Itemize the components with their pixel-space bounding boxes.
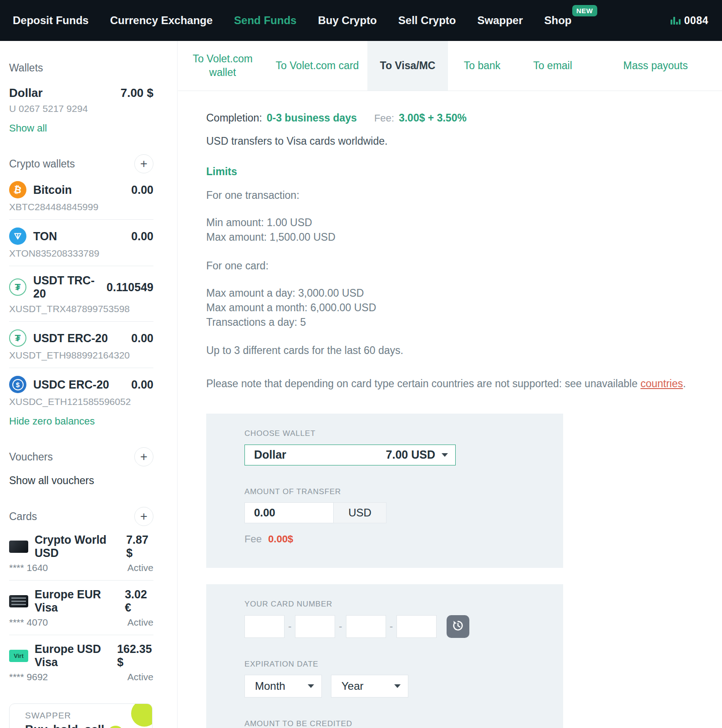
card-name: Europe USD Visa [35, 642, 111, 669]
tab-to-volet-wallet[interactable]: To Volet.com wallet [178, 41, 267, 91]
fee-line-value: 0.00$ [268, 533, 293, 545]
nav-deposit-funds[interactable]: Deposit Funds [13, 14, 89, 27]
crypto-address: XUSDT_TRX487899753598 [9, 303, 153, 314]
crypto-name: USDT TRC-20 [33, 274, 100, 300]
card-item-europe-usd-visa[interactable]: Virt Europe USD Visa 162.35 $ **** 9692 … [9, 642, 153, 682]
hide-zero-balances-link[interactable]: Hide zero balances [9, 415, 95, 427]
wallet-item-dollar[interactable]: Dollar 7.00 $ [9, 86, 153, 100]
countries-note: Please note that depending on card type … [206, 376, 722, 391]
fee-line: Fee 0.00$ [244, 533, 563, 545]
countries-link[interactable]: countries [641, 378, 683, 389]
card-history-button[interactable] [447, 615, 469, 638]
fee-value: 3.00$ + 3.50% [399, 112, 467, 124]
card-number-part-2[interactable] [295, 615, 335, 638]
crypto-wallet-usdc-erc20[interactable]: $ USDC ERC-20 0.00 XUSDC_ETH121585596052 [9, 376, 153, 407]
selected-wallet-name: Dollar [254, 448, 286, 461]
page: Deposit Funds Currency Exchange Send Fun… [0, 0, 722, 728]
add-voucher-button[interactable]: + [134, 447, 153, 466]
max-day-line: Max amount a day: 3,000.00 USD [206, 286, 722, 300]
amount-of-transfer-input[interactable] [244, 502, 334, 523]
card-number-part-3[interactable] [346, 615, 386, 638]
nav-currency-exchange[interactable]: Currency Exchange [110, 14, 213, 27]
crypto-wallet-bitcoin[interactable]: ₿ Bitcoin 0.00 XBTC284484845999 [9, 181, 153, 220]
nav-send-funds[interactable]: Send Funds [234, 14, 296, 27]
cards-heading: Cards [9, 511, 37, 523]
tether-icon: ₮ [9, 329, 26, 347]
crypto-wallet-usdt-trc20[interactable]: ₮ USDT TRC-20 0.110549 XUSDT_TRX48789975… [9, 274, 153, 322]
completion-value: 0-3 business days [267, 112, 357, 124]
show-all-link[interactable]: Show all [9, 122, 47, 134]
wallets-heading: Wallets [9, 62, 153, 74]
send-funds-tabbar: To Volet.com wallet To Volet.com card To… [178, 41, 722, 91]
tab-to-volet-card[interactable]: To Volet.com card [267, 41, 367, 91]
card-number-part-4[interactable] [397, 615, 437, 638]
card-thumbnail [9, 595, 28, 607]
card-status: Active [127, 562, 153, 573]
nav-counter-value: 0084 [684, 15, 708, 27]
card-status: Active [127, 672, 153, 682]
fee-line-label: Fee [244, 533, 262, 545]
divider [9, 635, 153, 635]
nav-counter-widget[interactable]: 0084 [671, 15, 708, 27]
tab-to-email[interactable]: To email [516, 41, 589, 91]
show-all-vouchers-link[interactable]: Show all vouchers [9, 475, 94, 487]
divider [9, 266, 153, 266]
max-amount-line: Max amount: 1,500.00 USD [206, 230, 722, 244]
card-amount: 3.02 € [125, 588, 153, 614]
card-thumbnail-virtual: Virt [9, 650, 28, 662]
bitcoin-icon: ₿ [9, 181, 26, 198]
top-navigation: Deposit Funds Currency Exchange Send Fun… [0, 0, 722, 41]
nav-swapper[interactable]: Swapper [477, 14, 523, 27]
card-masked-number: **** 1640 [9, 562, 48, 573]
nav-sell-crypto[interactable]: Sell Crypto [398, 14, 456, 27]
nav-buy-crypto[interactable]: Buy Crypto [318, 14, 376, 27]
amount-of-transfer-label: AMOUNT OF TRANSFER [244, 487, 563, 496]
year-select-value: Year [341, 680, 364, 693]
crypto-address: XBTC284484845999 [9, 202, 153, 212]
choose-wallet-label: CHOOSE WALLET [244, 429, 563, 438]
card-status: Active [127, 617, 153, 628]
usdc-icon: $ [9, 376, 26, 393]
year-select[interactable]: Year [331, 675, 408, 698]
crypto-wallet-ton[interactable]: TON 0.00 XTON835208333789 [9, 228, 153, 266]
nav-shop[interactable]: Shop NEW [544, 14, 572, 27]
tether-icon: ₮ [9, 278, 26, 296]
card-item-crypto-world-usd[interactable]: Crypto World USD 7.87 $ **** 1640 Active [9, 533, 153, 581]
main-content: To Volet.com wallet To Volet.com card To… [178, 41, 722, 728]
month-select[interactable]: Month [244, 675, 322, 698]
card-name: Crypto World USD [35, 533, 120, 560]
card-item-europe-eur-visa[interactable]: Europe EUR Visa 3.02 € **** 4070 Active [9, 588, 153, 635]
chevron-down-icon [308, 684, 314, 688]
chevron-down-icon [394, 684, 401, 688]
card-number-separator: - [339, 621, 342, 632]
divider [9, 219, 153, 220]
card-number-part-1[interactable] [244, 615, 285, 638]
divider [9, 321, 153, 322]
card-amount: 162.35 $ [117, 642, 153, 669]
crypto-amount: 0.00 [131, 332, 153, 345]
crypto-name: USDC ERC-20 [33, 378, 109, 391]
chevron-down-icon [442, 453, 448, 457]
card-number-inputs: - - - [244, 615, 563, 638]
month-select-value: Month [255, 680, 285, 693]
amount-to-be-credited-label: AMOUNT TO BE CREDITED [244, 719, 563, 728]
wallet-select[interactable]: Dollar 7.00 USD [244, 445, 456, 465]
swapper-banner[interactable]: SWAPPER Buy, hold, sell trending crypto [9, 703, 153, 728]
crypto-amount: 0.110549 [107, 281, 153, 294]
wallet-amount: 7.00 $ [121, 86, 153, 100]
tab-to-bank[interactable]: To bank [448, 41, 516, 91]
new-badge: NEW [572, 5, 597, 16]
tab-mass-payouts[interactable]: Mass payouts [589, 41, 722, 91]
transactions-day-line: Transactions a day: 5 [206, 315, 722, 329]
add-card-button[interactable]: + [134, 507, 153, 526]
transaction-limits: Min amount: 1.00 USD Max amount: 1,500.0… [206, 215, 722, 244]
crypto-address: XUSDC_ETH121585596052 [9, 396, 153, 407]
add-crypto-wallet-button[interactable]: + [134, 154, 153, 173]
tab-to-visa-mc[interactable]: To Visa/MC [367, 41, 448, 91]
max-month-line: Max amount a month: 6,000.00 USD [206, 300, 722, 315]
transaction-limits-heading: For one transaction: [206, 188, 722, 202]
swapper-title: Buy, hold, sell trending crypto [25, 723, 152, 728]
transfer-form-panel: CHOOSE WALLET Dollar 7.00 USD AMOUNT OF … [206, 414, 563, 568]
crypto-wallet-usdt-erc20[interactable]: ₮ USDT ERC-20 0.00 XUSDT_ETH988992164320 [9, 329, 153, 368]
card-masked-number: **** 9692 [9, 672, 48, 682]
